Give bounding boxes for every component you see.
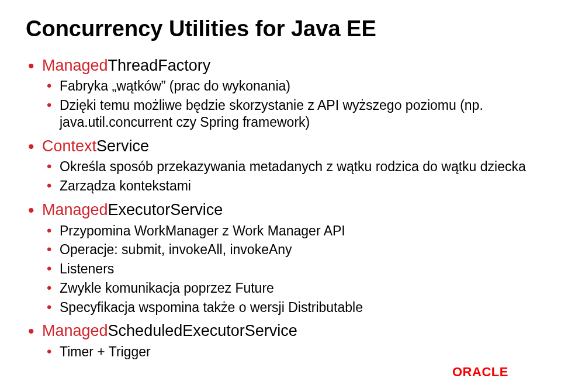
bullet-list: ManagedThreadFactory Fabryka „wątków” (p… (26, 56, 535, 360)
item-contextservice: ContextService Określa sposób przekazywa… (42, 137, 535, 195)
sub-item: Listeners (60, 261, 535, 277)
sub-list: Fabryka „wątków” (prac do wykonania) Dzi… (42, 78, 535, 130)
slide-title: Concurrency Utilities for Java EE (26, 16, 535, 42)
sub-item: Operacje: submit, invokeAll, invokeAny (60, 241, 535, 258)
api-prefix: Managed (42, 322, 108, 339)
api-rest: ExecutorService (108, 201, 223, 218)
api-rest: ScheduledExecutorService (108, 322, 297, 339)
api-prefix: Context (42, 137, 96, 155)
sub-list: Przypomina WorkManager z Work Manager AP… (42, 223, 535, 316)
sub-item: Przypomina WorkManager z Work Manager AP… (60, 223, 535, 240)
sub-item: Zarządza kontekstami (60, 178, 535, 195)
sub-item: Fabryka „wątków” (prac do wykonania) (60, 78, 535, 95)
sub-list: Określa sposób przekazywania metadanych … (42, 158, 535, 195)
api-prefix: Managed (42, 57, 108, 74)
sub-list: Timer + Trigger (42, 344, 535, 360)
oracle-logo-text: ORACLE (452, 365, 508, 379)
item-managedexecutorservice: ManagedExecutorService Przypomina WorkMa… (42, 200, 535, 316)
oracle-logo-svg: ORACLE (452, 364, 540, 380)
api-rest: Service (96, 137, 149, 155)
api-rest: ThreadFactory (108, 57, 211, 74)
slide: Concurrency Utilities for Java EE Manage… (0, 0, 561, 392)
sub-item: Specyfikacja wspomina także o wersji Dis… (60, 299, 535, 316)
sub-item: Zwykle komunikacja poprzez Future (60, 280, 535, 297)
sub-item: Dzięki temu możliwe będzie skorzystanie … (60, 97, 535, 131)
sub-item: Określa sposób przekazywania metadanych … (60, 158, 535, 175)
item-managedthreadfactory: ManagedThreadFactory Fabryka „wątków” (p… (42, 56, 535, 131)
api-prefix: Managed (42, 201, 108, 218)
item-managedscheduledexecutorservice: ManagedScheduledExecutorService Timer + … (42, 321, 535, 360)
sub-item: Timer + Trigger (60, 344, 535, 360)
oracle-logo: ORACLE (452, 364, 540, 380)
